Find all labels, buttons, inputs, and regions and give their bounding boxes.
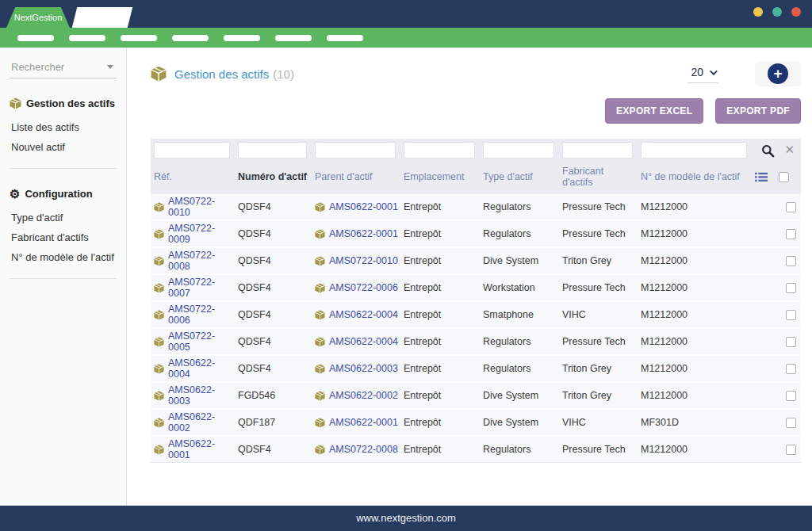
parent-asset-link[interactable]: AMS0722-0006 [329,282,398,293]
filter-emplacement-input[interactable] [404,142,475,159]
row-checkbox[interactable] [786,337,796,347]
asset-number: QDSF4 [238,363,271,374]
gear-icon: ⚙ [10,188,20,200]
box-icon [154,256,164,266]
footer-url[interactable]: www.nextgestion.com [356,512,456,524]
table-row[interactable]: AMS0722-0007 QDSF4 AMS0722-0006 Entrepôt… [151,274,801,301]
sidebar-item-liste-des-actifs[interactable]: Liste des actifs [10,117,117,137]
row-checkbox[interactable] [786,202,796,212]
asset-ref-link[interactable]: AMS0622-0004 [168,357,233,380]
row-checkbox[interactable] [786,310,796,320]
column-header-parent[interactable]: Parent d'actif [313,162,402,194]
asset-number: QDSF4 [238,228,271,239]
table-row[interactable]: AMS0722-0010 QDSF4 AMS0622-0001 Entrepôt… [151,194,801,220]
page-header: Gestion des actifs (10) 20 + [151,62,801,86]
column-header-emplacement[interactable]: Emplacement [402,162,481,194]
sidebar-item-nouvel-actif[interactable]: Nouvel actif [10,137,117,157]
asset-ref-link[interactable]: AMS0622-0001 [168,438,233,460]
table-row[interactable]: AMS0722-0008 QDSF4 AMS0722-0010 Entrepôt… [151,247,801,274]
asset-ref-link[interactable]: AMS0722-0005 [168,330,233,353]
sidebar-section-configuration-title: ⚙ Configuration [10,188,117,200]
nav-placeholder-pill[interactable] [121,35,157,41]
column-header-ref[interactable]: Réf. [151,162,236,194]
caret-down-icon [107,65,113,69]
parent-asset-link[interactable]: AMS0722-0008 [329,444,398,455]
add-asset-button[interactable]: + [768,63,788,84]
table-row[interactable]: AMS0622-0001 QDSF4 AMS0722-0008 Entrepôt… [151,436,801,463]
filter-num-input[interactable] [238,142,307,159]
asset-number: QDSF4 [238,201,271,212]
export-excel-button[interactable]: EXPORT EXCEL [605,98,703,124]
list-view-icon[interactable] [755,172,768,182]
table-row[interactable]: AMS0622-0004 QDSF4 AMS0622-0003 Entrepôt… [151,355,801,382]
asset-type: Regulators [483,363,530,374]
row-checkbox[interactable] [786,364,796,374]
brand-tab[interactable]: NextGestion [6,7,70,28]
sidebar-item-type-actif[interactable]: Type d'actif [10,208,117,227]
sidebar-item-modele-actif[interactable]: N° de modèle de l'actif [10,247,117,267]
filter-fabricant-input[interactable] [562,142,633,159]
top-bar: NextGestion [0,0,812,28]
select-all-checkbox[interactable] [779,172,789,182]
row-checkbox[interactable] [786,391,796,401]
asset-model: MF301D [641,417,679,428]
asset-ref-link[interactable]: AMS0722-0008 [168,250,233,272]
column-header-num[interactable]: Numéro d'actif [236,162,313,194]
table-row[interactable]: AMS0722-0006 QDSF4 AMS0622-0004 Entrepôt… [151,301,801,328]
parent-asset-link[interactable]: AMS0622-0003 [329,363,398,374]
parent-asset-link[interactable]: AMS0622-0002 [329,390,398,401]
box-icon [315,364,325,374]
row-checkbox[interactable] [786,229,796,239]
parent-asset-link[interactable]: AMS0622-0001 [329,417,398,428]
filter-type-input[interactable] [483,142,554,159]
asset-ref-link[interactable]: AMS0722-0010 [168,196,233,218]
row-checkbox[interactable] [786,418,796,428]
asset-ref-link[interactable]: AMS0722-0006 [168,304,233,326]
table-row[interactable]: AMS0622-0002 QDF187 AMS0622-0001 Entrepô… [151,409,801,436]
row-checkbox[interactable] [786,283,796,293]
filter-row: ✕ [151,139,801,162]
filter-modele-input[interactable] [641,142,747,159]
asset-number: QDSF4 [238,336,271,347]
parent-asset-link[interactable]: AMS0622-0001 [329,228,398,239]
nav-placeholder-pill[interactable] [327,35,363,41]
asset-location: Entrepôt [404,228,441,239]
parent-asset-link[interactable]: AMS0722-0010 [329,255,398,266]
asset-ref-link[interactable]: AMS0722-0009 [168,223,233,245]
asset-location: Entrepôt [404,390,441,401]
column-header-modele[interactable]: N° de modèle de l'actif [639,162,753,194]
nav-placeholder-pill[interactable] [275,35,312,41]
sidebar-item-fabricant-actifs[interactable]: Fabricant d'actifs [10,227,117,247]
table-row[interactable]: AMS0722-0005 QDSF4 AMS0622-0004 Entrepôt… [151,328,801,355]
row-checkbox[interactable] [786,256,796,266]
nav-placeholder-pill[interactable] [17,35,54,41]
sidebar-section-assets-title: Gestion des actifs [10,97,117,109]
asset-ref-link[interactable]: AMS0722-0007 [168,277,233,299]
nav-placeholder-pill[interactable] [224,35,260,41]
column-header-fabricant[interactable]: Fabricant d'actifs [561,162,639,194]
search-icon[interactable] [761,144,775,158]
asset-location: Entrepôt [404,309,441,320]
asset-ref-link[interactable]: AMS0622-0002 [168,411,233,434]
asset-number: QDSF4 [238,444,271,455]
table-row[interactable]: AMS0622-0003 FGD546 AMS0622-0002 Entrepô… [151,382,801,409]
parent-asset-link[interactable]: AMS0622-0004 [329,309,398,320]
close-icon[interactable]: ✕ [784,143,795,157]
filter-ref-input[interactable] [154,142,230,159]
nav-placeholder-pill[interactable] [172,35,209,41]
column-header-type[interactable]: Type d'actif [481,162,561,194]
export-pdf-button[interactable]: EXPORT PDF [715,98,801,124]
asset-type: Smatphone [483,309,534,320]
filter-parent-input[interactable] [315,142,396,159]
page-size-select[interactable]: 20 [688,64,718,83]
nav-placeholder-pill[interactable] [69,35,105,41]
parent-asset-link[interactable]: AMS0622-0001 [329,201,398,212]
row-checkbox[interactable] [786,445,796,455]
table-row[interactable]: AMS0722-0009 QDSF4 AMS0622-0001 Entrepôt… [151,220,801,247]
asset-location: Entrepôt [404,417,441,428]
sidebar-search-select[interactable]: Rechercher [10,59,117,78]
asset-model: M1212000 [641,390,688,401]
secondary-tab-shape[interactable] [72,7,132,28]
asset-ref-link[interactable]: AMS0622-0003 [168,384,233,407]
parent-asset-link[interactable]: AMS0622-0004 [329,336,398,347]
